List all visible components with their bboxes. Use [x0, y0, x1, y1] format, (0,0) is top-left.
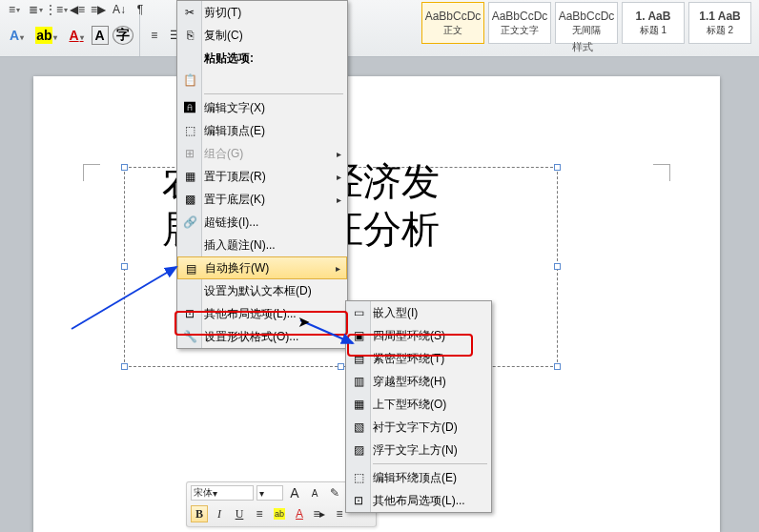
paste-options-label: 粘贴选项: [177, 47, 347, 69]
indent-icon[interactable]: ≡▸ [311, 505, 328, 522]
wrap-topbottom[interactable]: ▦上下型环绕(O) [346, 393, 491, 416]
indent-increase-icon[interactable]: ≡▶ [90, 1, 107, 18]
scissors-icon: ✂ [181, 4, 198, 21]
wrap-through[interactable]: ▥穿越型环绕(H) [346, 370, 491, 393]
wrap-tight[interactable]: ▤紧密型环绕(T) [346, 347, 491, 370]
wrap-submenu: ▭嵌入型(I) ▣四周型环绕(S) ▤紧密型环绕(T) ▥穿越型环绕(H) ▦上… [345, 300, 492, 513]
wrap-icon: ▤ [182, 260, 199, 277]
menu-set-default[interactable]: 设置为默认文本框(D) [177, 279, 347, 302]
menu-text-wrap[interactable]: ▤自动换行(W)▸ [177, 256, 347, 279]
grow-font-icon[interactable]: A [286, 484, 303, 501]
font-color-icon[interactable]: A [291, 505, 308, 522]
wrap-behind-icon: ▧ [350, 419, 367, 436]
enclose-char-icon[interactable]: 字 [113, 26, 133, 45]
send-back-icon: ▩ [181, 191, 198, 208]
wrap-front[interactable]: ▨浮于文字上方(N) [346, 439, 491, 461]
menu-caption[interactable]: 插入题注(N)... [177, 234, 347, 256]
context-menu: ✂剪切(T) ⎘复制(C) 粘贴选项: 📋 🅰编辑文字(X) ⬚编辑顶点(E) … [176, 0, 348, 349]
edit-points-icon: ⬚ [181, 122, 198, 139]
show-marks-icon[interactable]: ¶ [132, 1, 149, 18]
margin-corner-icon [83, 164, 100, 181]
menu-format-shape[interactable]: 🔧设置形状格式(O)... [177, 325, 347, 348]
resize-handle[interactable] [121, 363, 128, 370]
menu-more-layout[interactable]: ⊡其他布局选项(L)... [177, 302, 347, 325]
format-painter-icon[interactable]: ✎ [326, 484, 343, 501]
font-color-icon[interactable]: A▾ [65, 26, 87, 45]
wrap-inline[interactable]: ▭嵌入型(I) [346, 301, 491, 324]
resize-handle[interactable] [121, 164, 128, 171]
size-select[interactable]: ▾ [256, 485, 283, 501]
highlight-icon[interactable]: ab▾ [31, 26, 61, 45]
copy-icon: ⎘ [181, 27, 198, 44]
format-icon: 🔧 [181, 328, 198, 345]
style-normal[interactable]: AaBbCcDc正文 [421, 2, 484, 44]
resize-handle[interactable] [554, 164, 561, 171]
italic-button[interactable]: I [211, 505, 228, 522]
menu-group: ⊞组合(G)▸ [177, 142, 347, 165]
resize-handle[interactable] [554, 263, 561, 270]
ribbon: ≡▾ ≣▾ ⋮≡▾ ◀≡ ≡▶ A↓ ¶ A▾ ab▾ A▾ A 字 ≡ ☰ A… [0, 0, 759, 57]
underline-button[interactable]: U [231, 505, 248, 522]
group-icon: ⊞ [181, 145, 198, 162]
resize-handle[interactable] [121, 263, 128, 270]
menu-hyperlink[interactable]: 🔗超链接(I)... [177, 211, 347, 234]
menu-paste-option[interactable]: 📋 [177, 69, 347, 92]
menu-edit-text[interactable]: 🅰编辑文字(X) [177, 96, 347, 119]
wrap-tight-icon: ▤ [350, 350, 367, 367]
menu-bring-front[interactable]: ▦置于顶层(R)▸ [177, 165, 347, 188]
text-effects-icon[interactable]: A▾ [6, 26, 28, 45]
bold-button[interactable]: B [191, 505, 208, 522]
multilevel-list-icon[interactable]: ⋮≡▾ [48, 1, 65, 18]
style-body[interactable]: AaBbCcDc正文文字 [488, 2, 551, 44]
align-left-icon[interactable]: ≡ [146, 27, 163, 44]
highlight-icon[interactable]: ab [271, 505, 288, 522]
bring-front-icon: ▦ [181, 168, 198, 185]
wrap-more-layout[interactable]: ⊡其他布局选项(L)... [346, 489, 491, 512]
bullet-list-icon[interactable]: ≡▾ [6, 1, 23, 18]
wrap-square[interactable]: ▣四周型环绕(S) [346, 324, 491, 347]
menu-copy[interactable]: ⎘复制(C) [177, 24, 347, 47]
wrap-square-icon: ▣ [350, 327, 367, 344]
align-icon[interactable]: ≡ [251, 505, 268, 522]
margin-corner-icon [653, 164, 670, 181]
sort-icon[interactable]: A↓ [111, 1, 128, 18]
resize-handle[interactable] [554, 363, 561, 370]
edit-wrap-icon: ⬚ [350, 469, 367, 486]
char-shading-icon[interactable]: A [92, 26, 109, 45]
number-list-icon[interactable]: ≣▾ [27, 1, 44, 18]
wrap-edit-points[interactable]: ⬚编辑环绕顶点(E) [346, 466, 491, 489]
font-select[interactable]: 宋体 ▾ [191, 485, 254, 501]
menu-edit-points[interactable]: ⬚编辑顶点(E) [177, 119, 347, 142]
layout-icon: ⊡ [350, 492, 367, 509]
wrap-topbottom-icon: ▦ [350, 396, 367, 413]
style-nospacing[interactable]: AaBbCcDc无间隔 [555, 2, 618, 44]
wrap-front-icon: ▨ [350, 441, 367, 459]
paste-icon: 📋 [181, 72, 198, 89]
wrap-through-icon: ▥ [350, 373, 367, 390]
wrap-behind[interactable]: ▧衬于文字下方(D) [346, 416, 491, 439]
resize-handle[interactable] [338, 363, 344, 370]
menu-cut[interactable]: ✂剪切(T) [177, 1, 347, 24]
style-heading2[interactable]: 1.1 AaB标题 2 [688, 2, 751, 44]
wrap-inline-icon: ▭ [350, 304, 367, 321]
edit-text-icon: 🅰 [181, 99, 198, 116]
menu-send-back[interactable]: ▩置于底层(K)▸ [177, 188, 347, 211]
hyperlink-icon: 🔗 [181, 214, 198, 231]
indent-decrease-icon[interactable]: ◀≡ [69, 1, 86, 18]
styles-group-label: 样式 [572, 40, 593, 54]
layout-icon: ⊡ [181, 305, 198, 322]
style-heading1[interactable]: 1. AaB标题 1 [622, 2, 685, 44]
shrink-font-icon[interactable]: A [306, 484, 323, 501]
